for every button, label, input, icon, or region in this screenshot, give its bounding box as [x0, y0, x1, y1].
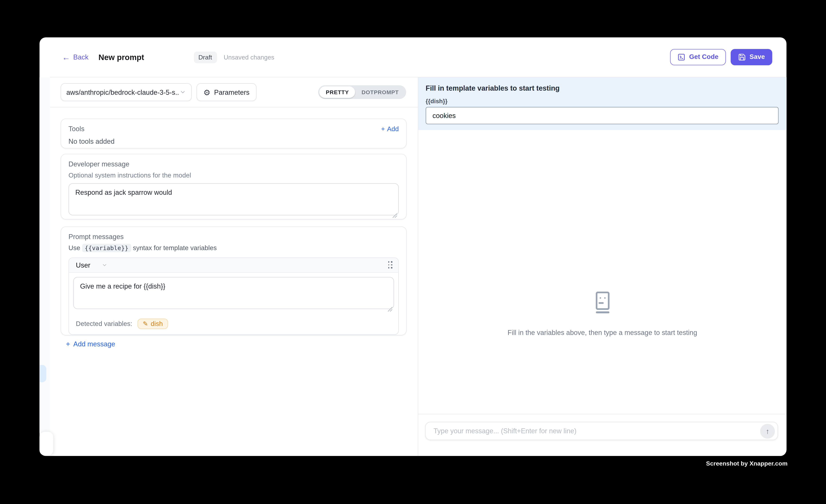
add-message-button[interactable]: + Add message	[66, 339, 115, 348]
chat-message-input[interactable]	[433, 427, 760, 435]
chevron-down-icon	[180, 89, 186, 95]
drag-handle-icon[interactable]	[388, 261, 393, 269]
variable-code-pill: {{variable}}	[82, 244, 131, 252]
app-header: ← Back New prompt Draft Unsaved changes …	[40, 37, 786, 77]
chat-empty-text: Fill in the variables above, then type a…	[508, 328, 697, 336]
variables-banner-title: Fill in template variables to start test…	[426, 84, 778, 92]
gear-icon: ⚙	[203, 88, 211, 96]
model-select-value: aws/anthropic/bedrock-claude-3-5-s...	[66, 88, 180, 96]
developer-message-input[interactable]: Respond as jack sparrow would	[68, 183, 399, 215]
variable-value-input[interactable]	[426, 107, 778, 124]
prompt-toolbar: aws/anthropic/bedrock-claude-3-5-s... ⚙ …	[50, 77, 418, 107]
detected-variables-label: Detected variables:	[76, 320, 132, 327]
format-toggle: PRETTY DOTPROMPT	[318, 85, 406, 99]
left-rail	[40, 77, 50, 433]
screen: ← Back New prompt Draft Unsaved changes …	[0, 0, 826, 504]
add-tool-label: Add	[387, 125, 399, 132]
parameters-label: Parameters	[214, 88, 250, 96]
chat-input-bar: ↑	[425, 422, 778, 440]
bot-face-icon	[590, 291, 614, 315]
add-tool-button[interactable]: + Add	[381, 125, 399, 132]
variable-chip-dish[interactable]: ✎ dish	[137, 319, 168, 329]
pencil-icon: ✎	[143, 321, 148, 327]
test-panel: Fill in template variables to start test…	[418, 77, 786, 456]
back-button[interactable]: ← Back	[62, 53, 88, 61]
get-code-label: Get Code	[689, 53, 718, 61]
back-arrow-icon: ←	[62, 53, 70, 61]
developer-message-card: Developer message Optional system instru…	[61, 154, 407, 219]
arrow-up-icon: ↑	[766, 427, 769, 435]
toggle-dotprompt[interactable]: DOTPROMPT	[355, 86, 405, 98]
chat-input-divider	[418, 414, 786, 415]
role-select-value: User	[76, 261, 90, 269]
resize-handle-icon[interactable]	[392, 210, 397, 216]
tools-title: Tools	[68, 125, 84, 133]
app-window: ← Back New prompt Draft Unsaved changes …	[40, 37, 786, 456]
send-button[interactable]: ↑	[760, 424, 775, 439]
variables-banner: Fill in template variables to start test…	[418, 77, 786, 130]
unsaved-changes-text: Unsaved changes	[224, 54, 274, 61]
prompt-messages-title: Prompt messages	[68, 233, 399, 241]
hint-suffix: syntax for template variables	[133, 244, 217, 252]
tools-empty-text: No tools added	[68, 137, 399, 145]
stage: ← Back New prompt Draft Unsaved changes …	[0, 0, 826, 504]
save-button[interactable]: Save	[731, 49, 772, 65]
rail-active-indicator[interactable]	[40, 365, 46, 382]
developer-message-subtitle: Optional system instructions for the mod…	[68, 172, 399, 179]
save-icon	[738, 53, 746, 61]
tools-card: Tools + Add No tools added	[61, 118, 407, 148]
parameters-button[interactable]: ⚙ Parameters	[196, 83, 256, 101]
toggle-pretty[interactable]: PRETTY	[319, 86, 355, 98]
save-label: Save	[750, 53, 765, 61]
toolbar-divider	[50, 107, 418, 108]
resize-handle-icon[interactable]	[387, 304, 392, 310]
model-select[interactable]: aws/anthropic/bedrock-claude-3-5-s...	[61, 83, 192, 101]
get-code-button[interactable]: Get Code	[670, 49, 726, 65]
variable-chip-label: dish	[151, 320, 163, 327]
plus-icon: +	[66, 339, 70, 348]
user-message-input[interactable]: Give me a recipe for {{dish}}	[73, 277, 394, 309]
message-block: User Give me a recipe for {{dish}}	[68, 257, 399, 335]
variable-name-label: {{dish}}	[426, 98, 778, 104]
terminal-icon	[677, 53, 686, 61]
watermark-text: Screenshot by Xnapper.com	[0, 460, 787, 467]
role-select[interactable]: User	[76, 261, 108, 269]
page-title: New prompt	[98, 53, 144, 62]
variable-syntax-hint: Use {{variable}} syntax for template var…	[68, 244, 399, 252]
status-badge: Draft	[193, 51, 217, 63]
hint-prefix: Use	[68, 244, 80, 252]
chat-empty-state: Fill in the variables above, then type a…	[418, 291, 786, 336]
add-message-label: Add message	[73, 340, 115, 348]
message-header: User	[69, 258, 398, 273]
detected-variables-row: Detected variables: ✎ dish	[69, 315, 398, 334]
cutoff-popup	[40, 432, 53, 455]
chevron-down-icon	[102, 262, 108, 268]
plus-icon: +	[381, 125, 385, 132]
back-label: Back	[73, 53, 88, 61]
developer-message-title: Developer message	[68, 160, 399, 168]
prompt-messages-card: Prompt messages Use {{variable}} syntax …	[61, 227, 407, 335]
